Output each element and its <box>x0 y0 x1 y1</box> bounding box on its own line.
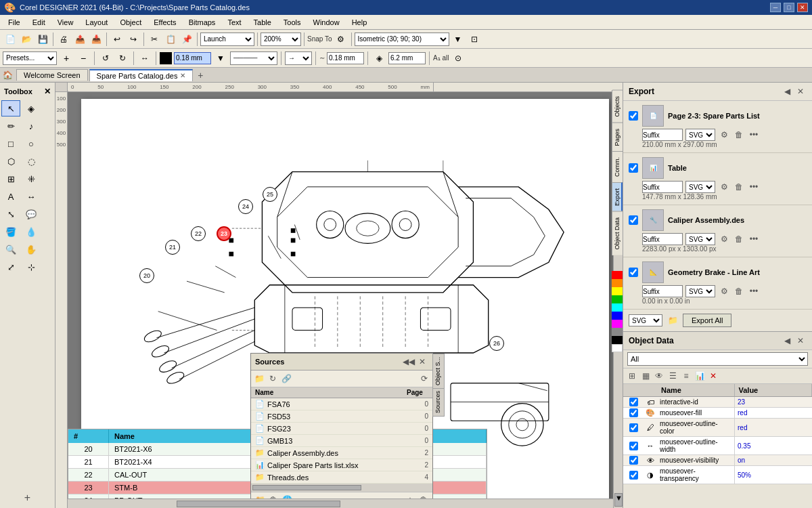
pick-tool[interactable]: ↖ <box>1 100 20 117</box>
od-eye-icon[interactable]: 👁 <box>653 370 665 382</box>
export-item4-checkbox[interactable] <box>629 268 638 277</box>
toolbox-close-btn[interactable]: ✕ <box>44 87 51 96</box>
export-delete3-icon[interactable]: 🗑 <box>733 233 745 245</box>
menu-table[interactable]: Table <box>248 17 277 28</box>
sources-h-scroll[interactable] <box>251 484 432 492</box>
source-item[interactable]: 📄 FSD53 0 <box>251 410 432 423</box>
source-item[interactable]: 📁 Caliper Assembly.des 2 <box>251 447 432 459</box>
view-fit-btn[interactable]: ⊡ <box>467 32 482 47</box>
export-item3-format[interactable]: SVG <box>685 233 715 245</box>
menu-bitmaps[interactable]: Bitmaps <box>183 17 221 28</box>
stroke-width-input2[interactable]: 0.18 mm <box>327 52 364 64</box>
node-24[interactable]: 24 <box>238 199 253 214</box>
export-delete-icon[interactable]: 🗑 <box>733 129 745 141</box>
export-item2-checkbox[interactable] <box>629 163 638 173</box>
line-style-select[interactable]: ───── <box>230 51 277 65</box>
sources-folder-btn[interactable]: 📁 <box>253 373 265 385</box>
artistic-media-tool[interactable]: ♪ <box>22 118 41 134</box>
pick3-tool[interactable]: ⊹ <box>22 259 41 275</box>
source-item[interactable]: 📊 Caliper Spare Parts list.xlsx 2 <box>251 459 432 471</box>
maximize-button[interactable]: □ <box>784 3 794 12</box>
export-item2-format[interactable]: SVG <box>685 181 715 193</box>
presets-select[interactable]: Presets... <box>3 51 57 65</box>
od-grid-icon[interactable]: ▦ <box>639 370 652 382</box>
redo-btn[interactable]: ↪ <box>126 32 141 47</box>
source-item[interactable]: 📄 GMB13 0 <box>251 435 432 447</box>
eyedropper-tool[interactable]: 💧 <box>22 224 41 240</box>
remove-preset-btn[interactable]: − <box>76 51 91 66</box>
export-delete2-icon[interactable]: 🗑 <box>733 181 745 193</box>
snap-settings-btn[interactable]: ⚙ <box>334 32 348 47</box>
ellipse-tool[interactable]: ○ <box>22 135 41 152</box>
od-row[interactable]: 👁 mouseover-visibility on <box>623 455 812 466</box>
od-columns-icon[interactable]: ☰ <box>667 370 679 382</box>
od-row[interactable]: 🏷 interactive-id 23 <box>623 397 812 408</box>
fill-tool[interactable]: 🪣 <box>1 224 20 240</box>
od-bars-icon[interactable]: ≡ <box>680 370 692 382</box>
launch-select[interactable]: Launch <box>200 33 254 46</box>
copy-btn[interactable]: 📋 <box>163 32 178 47</box>
outline-dropdown-btn[interactable]: ▼ <box>213 51 228 66</box>
tab-close-icon[interactable]: ✕ <box>180 72 185 79</box>
cut-btn[interactable]: ✂ <box>147 32 162 47</box>
text-tool[interactable]: A <box>1 188 20 205</box>
export-more-icon[interactable]: ••• <box>748 129 760 141</box>
minimize-button[interactable]: ─ <box>770 3 781 12</box>
canvas-content[interactable]: 20 21 22 23 24 25 26 ▲ ▼ <box>68 92 623 508</box>
node-25[interactable]: 25 <box>263 187 277 202</box>
export-item4-suffix[interactable] <box>642 285 683 297</box>
export-item2-suffix[interactable] <box>642 181 683 193</box>
print-btn[interactable]: 🖨 <box>56 32 71 47</box>
pick2-tool[interactable]: ⤢ <box>1 259 20 275</box>
od-row[interactable]: ◑ mouseover-transparency 50% <box>623 466 812 484</box>
od-check-4[interactable] <box>629 442 638 450</box>
export-settings3-icon[interactable]: ⚙ <box>718 233 730 245</box>
export-folder-btn[interactable]: 📁 <box>667 314 679 326</box>
export-item1-suffix[interactable] <box>642 129 683 141</box>
od-check-5[interactable] <box>629 456 638 465</box>
export-delete4-icon[interactable]: 🗑 <box>733 285 745 297</box>
undo-btn[interactable]: ↩ <box>110 32 125 47</box>
start-arrow-select[interactable]: → <box>285 51 312 65</box>
node-20[interactable]: 20 <box>139 268 154 283</box>
od-row[interactable]: ↔ mouseover-outline-width 0.35 <box>623 437 812 455</box>
table-tool[interactable]: ⊞ <box>1 171 20 187</box>
od-close-btn[interactable]: ✕ <box>794 335 807 347</box>
source-item[interactable]: 📄 FSA76 0 <box>251 398 432 410</box>
home-icon[interactable]: 🏠 <box>3 69 15 81</box>
export-format-global[interactable]: SVG <box>629 314 662 326</box>
mirror-h-btn[interactable]: ↔ <box>137 51 152 66</box>
node-23[interactable]: 23 <box>217 226 231 241</box>
pan-tool[interactable]: ✋ <box>22 241 41 257</box>
view-options-btn[interactable]: ▼ <box>451 32 466 47</box>
export-settings2-icon[interactable]: ⚙ <box>718 181 730 193</box>
outline-width-input[interactable]: 0.18 mm <box>174 52 211 64</box>
tab-welcome[interactable]: Welcome Screen <box>16 69 88 81</box>
close-button[interactable]: ✕ <box>797 3 808 12</box>
h-scrollbar[interactable] <box>68 499 613 508</box>
od-check-6[interactable] <box>629 471 638 480</box>
new-btn[interactable]: 📄 <box>3 32 18 47</box>
od-row[interactable]: 🖊 mouseover-outline-color red <box>623 419 812 437</box>
zoom-select[interactable]: 200% <box>261 33 301 46</box>
view-select[interactable]: Isometric (30; 90; 30) <box>355 33 449 46</box>
export-item4-format[interactable]: SVG <box>685 285 715 297</box>
export-item3-checkbox[interactable] <box>629 215 638 225</box>
od-collapse-btn[interactable]: ◀ <box>781 335 793 347</box>
object-side-tab[interactable]: Object S... <box>432 354 445 389</box>
tab-catalog[interactable]: Spare Parts Catalog.des ✕ <box>89 69 194 81</box>
source-item[interactable]: 📁 Threads.des 4 <box>251 471 432 484</box>
menu-file[interactable]: File <box>3 17 26 28</box>
connector-tool[interactable]: ⤡ <box>1 206 20 222</box>
source-item[interactable]: 📄 FSG23 0 <box>251 423 432 435</box>
export-close-btn[interactable]: ✕ <box>794 85 807 98</box>
export-settings-icon[interactable]: ⚙ <box>718 129 730 141</box>
sources-refresh-btn[interactable]: ↻ <box>267 373 279 385</box>
tab-add-btn[interactable]: + <box>194 69 206 81</box>
add-preset-btn[interactable]: + <box>59 51 74 66</box>
menu-edit[interactable]: Edit <box>27 17 51 28</box>
dim-input[interactable]: 6.2 mm <box>388 52 426 64</box>
menu-effects[interactable]: Effects <box>148 17 181 28</box>
od-clear-icon[interactable]: ✕ <box>707 370 719 382</box>
menu-text[interactable]: Text <box>222 17 246 28</box>
